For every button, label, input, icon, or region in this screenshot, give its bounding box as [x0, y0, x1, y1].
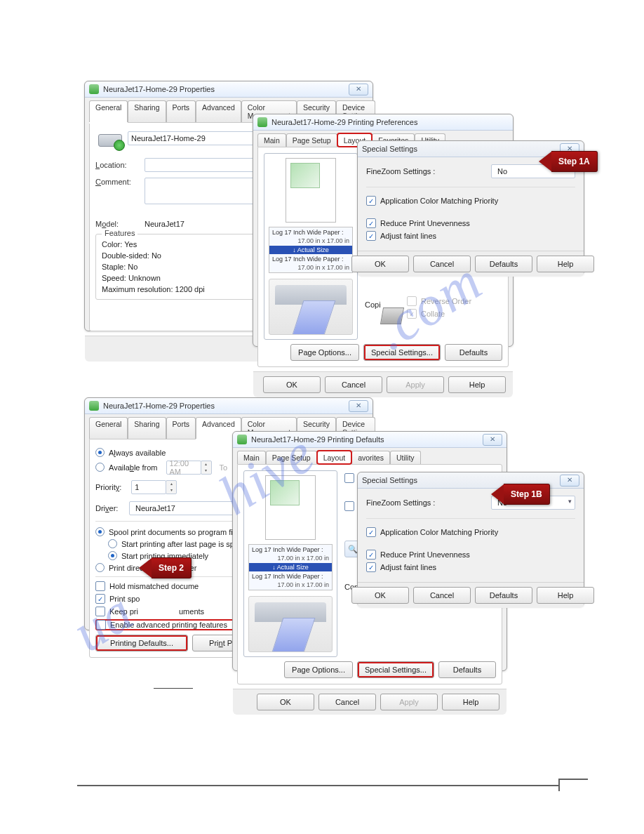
app-color-matching-checkbox[interactable]: Application Color Matching Priority [366, 527, 575, 537]
cancel-button[interactable]: Cancel [413, 256, 471, 272]
tab-ports[interactable]: Ports [166, 100, 196, 122]
tab-pagesetup[interactable]: Page Setup [266, 451, 317, 464]
help-button[interactable]: Help [537, 587, 594, 604]
tab-favorites[interactable]: avorites [351, 451, 390, 464]
printer-status-icon [98, 128, 122, 148]
cancel-button[interactable]: Cancel [413, 587, 471, 604]
tab-pagesetup[interactable]: Page Setup [286, 133, 337, 147]
app-color-matching-checkbox[interactable]: Application Color Matching Priority [366, 196, 575, 206]
model-label: Model: [95, 220, 145, 228]
feature-speed: Speed: Unknown [102, 274, 264, 282]
special-settings-button[interactable]: Special Settings... [363, 344, 441, 361]
cancel-button[interactable]: Cancel [325, 376, 382, 393]
adjust-faint-lines-checkbox[interactable]: Adjust faint lines [366, 562, 575, 572]
tab-sharing[interactable]: Sharing [128, 417, 166, 439]
tab-main[interactable]: Main [257, 133, 286, 147]
window-title: NeuraJet17-Home-29 Properties [103, 85, 215, 93]
adjust-faint-lines-checkbox[interactable]: Adjust faint lines [366, 231, 575, 241]
reduce-unevenness-checkbox[interactable]: Reduce Print Unevenness [366, 218, 575, 228]
feature-duplex: Double-sided: No [102, 251, 264, 260]
tab-utility[interactable]: Utility [390, 451, 421, 464]
page-preview-icon [286, 158, 336, 223]
copies-label: Copi [365, 300, 381, 309]
step-2-callout: Step 2 [139, 558, 192, 578]
from-time-field[interactable]: 12:00 AM [166, 461, 201, 475]
tab-layout[interactable]: Layout [317, 451, 352, 464]
input-size-box: Log 17 Inch Wide Paper : 17.00 in x 17.0… [248, 544, 333, 590]
tabs: Main Page Setup Layout avorites Utility [233, 448, 507, 464]
reverse-order-checkbox: Reverse Order [407, 296, 471, 306]
cancel-button[interactable]: Cancel [318, 694, 376, 710]
special-settings-window-2: Special Settings ✕ FineZoom Settings : N… [357, 472, 584, 607]
close-icon[interactable]: ✕ [349, 400, 368, 412]
dialog-footer: OK Cancel Apply Help [233, 689, 507, 715]
close-icon[interactable]: ✕ [560, 475, 579, 486]
footer-rule [77, 785, 588, 786]
dialog-footer: OK Cancel Defaults Help [358, 582, 584, 608]
titlebar[interactable]: NeuraJet17-Home-29 Printing Defaults [233, 432, 507, 448]
comment-label: Comment: [95, 178, 145, 186]
ok-button[interactable]: OK [263, 376, 321, 393]
printer-icon [257, 117, 267, 127]
page-options-button[interactable]: Page Options... [284, 661, 353, 678]
defaults-button[interactable]: Defaults [475, 587, 532, 604]
page-preview-icon [265, 475, 316, 540]
preview-pane: Log 17 Inch Wide Paper : 17.00 in x 17.0… [264, 153, 358, 340]
window-title: Special Settings [362, 476, 417, 484]
step-1b-callout: Step 1B [491, 484, 550, 504]
driver-label: Driver: [95, 504, 129, 512]
printer-illustration-icon [269, 279, 353, 335]
ok-button[interactable]: OK [351, 587, 409, 604]
finezoom-label: FineZoom Settings : [366, 167, 435, 176]
dialog-footer: OK Cancel Defaults Help [358, 251, 584, 277]
window-title: NeuraJet17-Home-29 Properties [103, 402, 215, 410]
close-icon[interactable]: ✕ [349, 84, 368, 95]
features-title: Features [102, 229, 137, 237]
ok-button[interactable]: OK [257, 694, 314, 710]
tab-main[interactable]: Main [237, 451, 266, 464]
decorative-underline [154, 688, 193, 689]
feature-color: Color: Yes [102, 240, 264, 249]
close-icon[interactable]: ✕ [483, 434, 502, 446]
titlebar[interactable]: Special Settings [358, 472, 584, 489]
reduce-unevenness-checkbox[interactable]: Reduce Print Unevenness [366, 550, 575, 560]
printer-icon [89, 401, 99, 411]
help-button[interactable]: Help [442, 694, 499, 710]
feature-maxres: Maximum resolution: 1200 dpi [102, 285, 264, 293]
titlebar[interactable]: NeuraJet17-Home-29 Properties [85, 81, 373, 98]
collate-icon [380, 307, 404, 324]
page-options-button[interactable]: Page Options... [290, 344, 359, 361]
dialog-footer: OK Cancel Apply Help [253, 371, 513, 397]
titlebar[interactable]: NeuraJet17-Home-29 Properties [85, 398, 373, 414]
step-1a-callout: Step 1A [539, 152, 598, 171]
window-title: NeuraJet17-Home-29 Printing Defaults [251, 435, 384, 444]
printing-defaults-button[interactable]: Printing Defaults... [95, 635, 188, 651]
finezoom-label: FineZoom Settings : [366, 498, 435, 507]
footer-pagenum-box [558, 779, 588, 791]
layout-defaults-button[interactable]: Defaults [445, 344, 502, 361]
apply-button[interactable]: Apply [387, 376, 444, 393]
location-label: Location: [95, 161, 145, 169]
apply-button[interactable]: Apply [380, 694, 438, 710]
help-button[interactable]: Help [537, 256, 594, 272]
defaults-button[interactable]: Defaults [475, 256, 532, 272]
help-button[interactable]: Help [448, 376, 506, 393]
printer-icon [89, 84, 99, 94]
model-value: NeuraJet17 [145, 220, 185, 228]
special-settings-button[interactable]: Special Settings... [357, 661, 434, 678]
to-label: To [220, 463, 228, 472]
titlebar[interactable]: NeuraJet17-Home-29 Printing Preferences [253, 114, 513, 131]
priority-field[interactable]: 1 [131, 480, 166, 494]
available-from-radio[interactable]: Available from [95, 463, 158, 472]
ok-button[interactable]: OK [351, 256, 409, 272]
tab-general[interactable]: General [89, 417, 128, 439]
tab-general[interactable]: General [89, 100, 128, 122]
layout-defaults-button[interactable]: Defaults [438, 661, 496, 678]
tab-sharing[interactable]: Sharing [128, 100, 166, 122]
collate-checkbox: Collate [407, 309, 471, 319]
tab-ports[interactable]: Ports [166, 417, 196, 439]
printer-icon [237, 435, 247, 444]
priority-label: Priority: [95, 483, 121, 491]
tab-advanced[interactable]: Advanced [196, 100, 241, 122]
printer-illustration-icon [248, 596, 333, 652]
